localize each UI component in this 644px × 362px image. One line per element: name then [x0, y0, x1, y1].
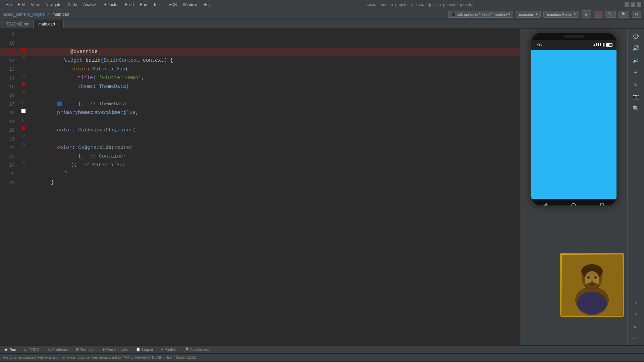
code-line-19: 19 child: Container( — [0, 117, 520, 126]
fold-marker-19 — [22, 117, 24, 122]
svg-point-9 — [585, 282, 599, 289]
close-button[interactable]: × — [637, 2, 641, 7]
status-text: File type recognized: File extension 'an… — [3, 355, 198, 359]
phone-time: 1:35 — [535, 43, 542, 47]
code-editor[interactable]: 9 10 @override 11 Widget build(BuildCont… — [0, 29, 520, 345]
recents-icon[interactable] — [599, 202, 605, 206]
tab-main[interactable]: main.dart × — [34, 20, 63, 28]
tab-profiler[interactable]: /\ Profiler — [158, 347, 179, 352]
phone-frame: 1:35 ▲ ▌▌▌ ▓ — [530, 32, 618, 206]
menu-file[interactable]: File — [3, 2, 14, 8]
dart-icon: ◆ — [102, 347, 105, 352]
debug-arrow-icon — [21, 48, 26, 52]
home-icon[interactable] — [570, 202, 577, 206]
menu-refactor[interactable]: Refactor — [101, 2, 121, 8]
rotate-icon[interactable]: ↩ — [632, 68, 640, 76]
chevron-down-icon-2: ▾ — [536, 12, 538, 16]
breakpoint-icon-20[interactable] — [21, 126, 25, 130]
emulator-selector[interactable]: Emulator Flutter ▾ — [543, 11, 579, 18]
menu-run[interactable]: Run — [137, 2, 150, 8]
menu-code[interactable]: Code — [65, 2, 80, 8]
menu-bar: File Edit View Navigate Code Analyze Ref… — [0, 0, 644, 9]
gutter-marker-16 — [22, 91, 25, 94]
emulator-side-toolbar: ⏻ 🔊 🔉 ↩ ◇ 📷 🔍 ◁ ○ □ ··· — [627, 29, 644, 345]
tab-close-icon[interactable]: × — [57, 22, 59, 26]
tab-terminal[interactable]: ⊞ Terminal — [73, 347, 97, 352]
phone-signal-icon: ▌▌▌ — [596, 43, 602, 47]
circle-btn-icon[interactable]: ○ — [632, 310, 640, 318]
main-layout: 9 10 @override 11 Widget build(BuildCont… — [0, 29, 644, 345]
build-button[interactable]: 🔨 — [605, 11, 616, 18]
gutter-marker-24 — [22, 161, 25, 164]
more-icon[interactable]: ··· — [632, 335, 640, 343]
run-tab-icon: ▶ — [5, 348, 8, 351]
menu-window[interactable]: Window — [180, 2, 200, 8]
code-line-20: 20 color: Colors.blue, — [0, 126, 520, 135]
volume-down-icon[interactable]: 🔉 — [632, 56, 640, 64]
code-line-16: 16 ), // ThemeData — [0, 91, 520, 100]
sdk-selector[interactable]: 📱 sdk gphone64 x86 64 (mobile) ▾ — [448, 11, 513, 18]
tab-logcat[interactable]: 📋 Logcat — [133, 347, 156, 352]
code-line-12: 12 return MaterialApp( — [0, 56, 520, 65]
code-line-11: 11 Widget build(BuildContext context) { — [0, 48, 520, 56]
tab-app-inspection[interactable]: 🔎 App Inspection — [181, 347, 217, 352]
gutter-marker-22 — [22, 143, 25, 146]
menu-tools[interactable]: Tools — [151, 2, 165, 8]
tab-todo[interactable]: ☑ TODO — [21, 347, 42, 352]
menu-navigate[interactable]: Navigate — [43, 2, 64, 8]
screenshot-icon[interactable]: 📷 — [632, 93, 640, 101]
stop-button[interactable]: ■ — [594, 11, 602, 18]
status-bar: File type recognized: File extension 'an… — [0, 353, 644, 361]
tab-problems[interactable]: ⚠ Problems — [45, 347, 70, 352]
menu-view[interactable]: View — [28, 2, 42, 8]
search-button[interactable]: 🔍 — [619, 11, 629, 18]
maximize-button[interactable]: □ — [631, 2, 635, 7]
gutter-marker-14 — [22, 74, 25, 76]
tab-run[interactable]: ▶ Run — [3, 347, 19, 352]
zoom-icon[interactable]: 🔍 — [632, 105, 640, 113]
phone-screen[interactable] — [531, 50, 616, 199]
chevron-down-icon-3: ▾ — [574, 12, 576, 16]
svg-point-6 — [594, 277, 597, 279]
phone-battery-icon: ▓ — [603, 43, 604, 47]
undo-icon[interactable]: ◇ — [632, 80, 640, 88]
back-icon[interactable] — [542, 202, 549, 206]
code-line-21: 21 ), // Container — [0, 135, 520, 143]
webcam-video — [561, 254, 623, 316]
tab-dart-analysis[interactable]: ◆ Dart Analysis — [100, 347, 130, 352]
code-line-17: 17 home: Container( — [0, 100, 520, 109]
phone-status-bar: 1:35 ▲ ▌▌▌ ▓ — [531, 40, 616, 50]
volume-up-icon[interactable]: 🔊 — [632, 44, 640, 52]
phone-nav-bar — [531, 199, 616, 206]
webcam-overlay — [560, 253, 624, 317]
gutter-marker — [22, 56, 25, 59]
chevron-down-icon: ▾ — [508, 12, 510, 16]
run-config-selector[interactable]: main.dart ▾ — [516, 11, 541, 18]
back-btn-icon[interactable]: ◁ — [632, 298, 640, 306]
square-btn-icon[interactable]: □ — [632, 322, 640, 330]
color-swatch-white-indicator — [21, 109, 26, 113]
settings-button[interactable]: ⚙ — [632, 11, 641, 18]
svg-point-10 — [577, 292, 607, 315]
window-controls: − □ × — [625, 2, 641, 7]
code-line-22: 22 ), // Container — [0, 143, 520, 152]
menu-vcs[interactable]: VCS — [166, 2, 180, 8]
breakpoint-icon[interactable] — [21, 82, 25, 86]
minimize-button[interactable]: − — [625, 2, 629, 7]
code-line-23: 23 ); // MaterialApp — [0, 152, 520, 161]
code-line-13: 13 title: 'Flutter Demo', — [0, 65, 520, 74]
run-button[interactable]: ▶ — [582, 10, 591, 18]
tab-readme[interactable]: README.md — [1, 20, 34, 28]
power-icon[interactable]: ⏻ — [632, 32, 640, 40]
project-label: nosso_primeiro_projeto — [3, 12, 45, 17]
menu-help[interactable]: Help — [201, 2, 214, 8]
svg-point-7 — [591, 280, 593, 282]
code-line-25: 25 } — [0, 170, 520, 178]
fold-marker-17 — [22, 100, 24, 105]
editor-tab-bar: README.md main.dart × — [0, 19, 644, 29]
terminal-icon: ⊞ — [76, 347, 79, 352]
menu-build[interactable]: Build — [122, 2, 137, 8]
menu-analyze[interactable]: Analyze — [80, 2, 100, 8]
file-label: main.dart — [53, 12, 69, 17]
menu-edit[interactable]: Edit — [15, 2, 28, 8]
